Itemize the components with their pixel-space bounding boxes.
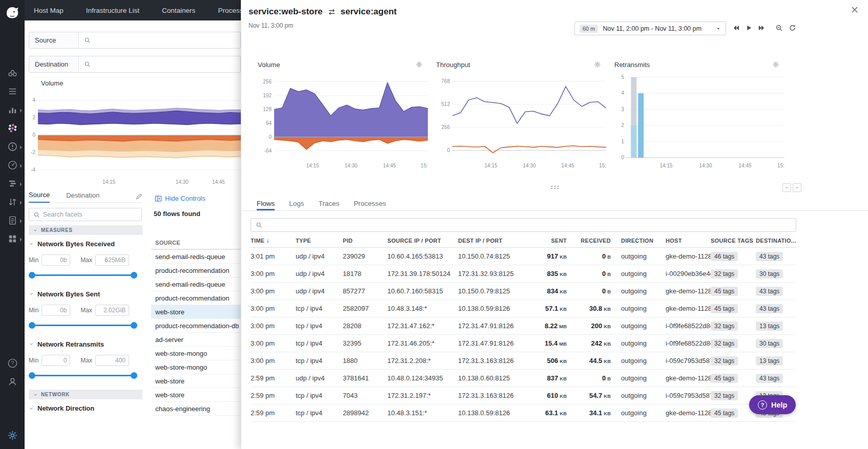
tab-source[interactable]: Source — [29, 191, 50, 203]
nav-item-host-map[interactable]: Host Map — [34, 7, 64, 14]
nav-item-containers[interactable]: Containers — [162, 7, 195, 14]
column-header-pid[interactable]: PID — [343, 238, 387, 244]
facet-search-input[interactable] — [43, 211, 141, 218]
flow-list-item[interactable]: web-store — [151, 305, 241, 319]
tab-flows[interactable]: Flows — [257, 196, 275, 210]
slider-handle-max[interactable] — [131, 372, 137, 379]
tags-badge[interactable]: 43 tags — [756, 304, 783, 313]
destination-filter-input[interactable] — [79, 56, 240, 72]
table-row[interactable]: 2:59 pmtcp / ipv47043172.31.2.197:*172.3… — [251, 387, 796, 404]
table-row[interactable]: 3:00 pmtcp / ipv4258209710.48.3.148:*10.… — [251, 300, 796, 317]
slider-handle-min[interactable] — [29, 322, 35, 329]
network-section-header[interactable]: NETWORK — [29, 390, 142, 399]
table-row[interactable]: 3:01 pmudp / ipv423902910.60.4.165:53813… — [251, 248, 796, 265]
table-row[interactable]: 2:59 pmtcp / ipv4289894210.48.3.151:*10.… — [251, 404, 796, 422]
nav-item-infrastructure-list[interactable]: Infrastructure List — [86, 7, 139, 14]
source-column-header[interactable]: SOURCE — [151, 237, 241, 250]
tags-badge[interactable]: 32 tags — [711, 269, 738, 279]
table-row[interactable]: 3:00 pmtcp / ipv432395172.31.46.205:*172… — [251, 335, 796, 352]
flow-list-item[interactable]: send-email-redis-queue — [151, 250, 241, 264]
column-header-destinatio-[interactable]: DESTINATIO... — [756, 238, 796, 244]
tags-badge[interactable]: 30 tags — [756, 269, 783, 279]
infrastructure-icon[interactable] — [0, 86, 25, 98]
column-header-direction[interactable]: DIRECTION — [611, 238, 666, 244]
tags-badge[interactable]: 43 tags — [756, 252, 783, 261]
forward-button[interactable] — [758, 24, 766, 32]
facet-max-input[interactable] — [95, 305, 129, 316]
logs-icon[interactable] — [0, 215, 25, 227]
drawer-splitter[interactable] — [241, 182, 868, 193]
facet-max-input[interactable] — [95, 355, 129, 366]
tags-badge[interactable]: 32 tags — [711, 391, 738, 400]
apm-icon[interactable] — [0, 160, 25, 172]
slider-handle-min[interactable] — [29, 372, 35, 379]
flow-list-item[interactable]: web-store-mongo — [151, 347, 241, 360]
tags-badge[interactable]: 45 tags — [711, 287, 738, 296]
tags-badge[interactable]: 32 tags — [711, 322, 738, 331]
metrics-icon[interactable] — [0, 104, 25, 116]
tags-badge[interactable]: 13 tags — [756, 356, 783, 366]
rewind-button[interactable] — [732, 24, 740, 32]
tab-logs[interactable]: Logs — [289, 196, 304, 210]
tags-badge[interactable]: 45 tags — [711, 374, 738, 383]
source-filter-input[interactable] — [79, 32, 240, 48]
column-header-host[interactable]: HOST — [666, 238, 711, 244]
time-range-selector[interactable]: 60 m Nov 11, 2:00 pm - Nov 11, 3:00 pm — [574, 22, 726, 35]
gear-icon[interactable] — [772, 61, 779, 68]
measures-section-header[interactable]: MEASURES — [29, 225, 142, 235]
flow-list-item[interactable]: product-recommendation — [151, 264, 241, 277]
facet-min-input[interactable] — [42, 254, 70, 266]
edit-facets-icon[interactable] — [136, 193, 142, 200]
table-row[interactable]: 3:00 pmudp / ipv485727710.60.7.160:58315… — [251, 283, 796, 300]
flow-list-item[interactable]: chaos-engineering — [151, 402, 241, 416]
column-header-dest-ip-port[interactable]: DEST IP / PORT — [458, 238, 526, 244]
tags-badge[interactable]: 43 tags — [756, 287, 783, 296]
facet-range-slider[interactable] — [29, 322, 137, 329]
zoom-button[interactable] — [775, 24, 783, 32]
collapse-charts-button[interactable] — [782, 183, 791, 192]
table-row[interactable]: 2:59 pmudp / ipv4378164110.48.0.124:3493… — [251, 370, 796, 387]
tab-destination[interactable]: Destination — [66, 191, 99, 202]
watchdog-icon[interactable] — [0, 68, 25, 79]
column-header-sent[interactable]: SENT — [526, 238, 567, 244]
gear-icon[interactable] — [594, 61, 601, 68]
datadog-logo-icon[interactable] — [4, 3, 21, 20]
refresh-button[interactable] — [789, 24, 796, 32]
facet-header[interactable]: Network Bytes Sent — [29, 290, 142, 298]
column-header-type[interactable]: TYPE — [296, 238, 343, 244]
flow-list-item[interactable]: web-store-mongo — [151, 360, 241, 374]
help-icon[interactable]: ? — [0, 358, 25, 370]
flow-list-item[interactable]: web-store — [151, 388, 241, 402]
tags-badge[interactable]: 13 tags — [756, 322, 783, 331]
tab-processes[interactable]: Processes — [354, 196, 386, 210]
column-header-received[interactable]: RECEIVED — [567, 238, 611, 244]
gear-icon[interactable] — [416, 61, 423, 68]
integrations-icon[interactable] — [0, 233, 25, 245]
facet-header[interactable]: Network Retransmits — [29, 340, 142, 348]
containers-icon[interactable] — [0, 123, 25, 135]
tags-badge[interactable]: 32 tags — [711, 356, 738, 366]
tab-traces[interactable]: Traces — [319, 196, 340, 210]
table-row[interactable]: 3:00 pmudp / ipv418178172.31.39.178:5012… — [251, 265, 796, 283]
facet-min-input[interactable] — [42, 355, 70, 366]
flow-list-item[interactable]: web-store — [151, 374, 241, 388]
help-button[interactable]: ? Help — [749, 395, 796, 414]
column-header-source-tags[interactable]: SOURCE TAGS — [711, 238, 756, 244]
flow-list-item[interactable]: product-recommendation — [151, 291, 241, 305]
traces-icon[interactable] — [0, 178, 25, 190]
column-header-time[interactable]: TIME↓ — [251, 237, 296, 244]
column-header-source-ip-port[interactable]: SOURCE IP / PORT — [387, 238, 458, 244]
facet-min-input[interactable] — [42, 305, 70, 316]
facet-header[interactable]: Network Bytes Received — [29, 240, 142, 248]
flow-list-item[interactable]: send-email-redis-queue — [151, 277, 241, 291]
facet-max-input[interactable] — [95, 254, 129, 266]
tags-badge[interactable]: 32 tags — [711, 339, 738, 348]
facet-range-slider[interactable] — [29, 372, 137, 379]
network-icon[interactable] — [0, 197, 25, 208]
user-icon[interactable] — [0, 376, 25, 388]
close-icon[interactable] — [851, 6, 859, 14]
monitors-icon[interactable] — [0, 141, 25, 153]
slider-handle-max[interactable] — [131, 322, 137, 329]
tags-badge[interactable]: 43 tags — [756, 374, 783, 383]
play-button[interactable] — [745, 24, 753, 32]
